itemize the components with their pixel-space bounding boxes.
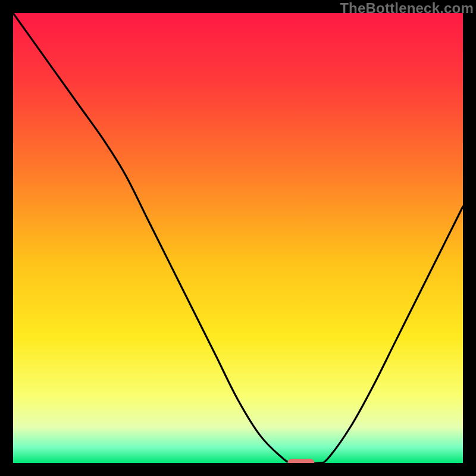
chart-svg [13,13,463,463]
optimal-marker [287,459,314,463]
chart-plot-area [13,13,463,463]
chart-frame: TheBottleneck.com [0,0,476,476]
watermark-text: TheBottleneck.com [340,0,474,17]
chart-background-gradient [13,13,463,463]
